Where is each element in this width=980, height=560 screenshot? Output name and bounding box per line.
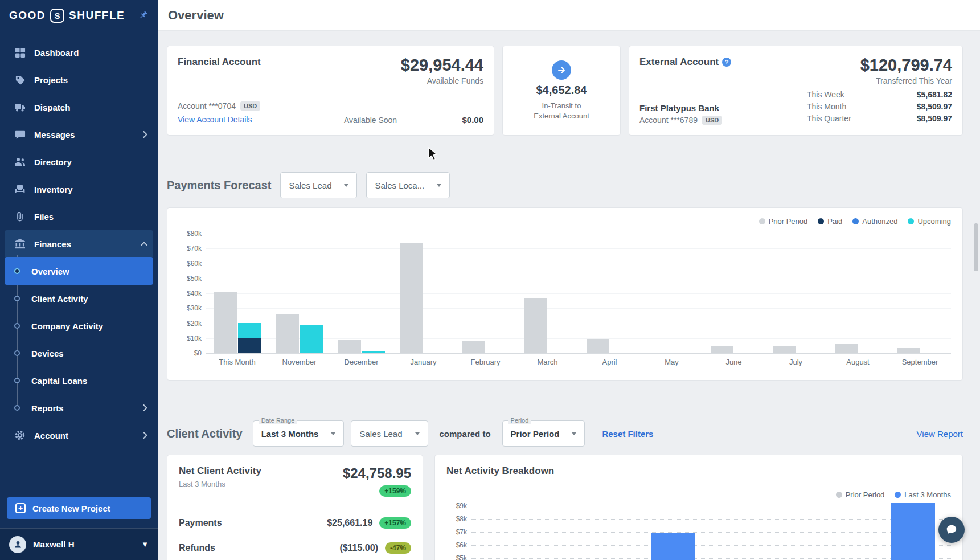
net-client-activity-rows: Payments$25,661.19+157%Refunds($115.00)-… — [179, 510, 411, 560]
chat-support-button[interactable] — [938, 517, 965, 543]
breakdown-legend: Prior PeriodLast 3 Months — [446, 490, 951, 499]
sidebar-item-label: Messages — [34, 130, 75, 140]
sidebar-item-inventory[interactable]: Inventory — [5, 175, 153, 203]
legend-item: Last 3 Months — [895, 490, 951, 499]
sidebar-item-dashboard[interactable]: Dashboard — [5, 39, 153, 66]
sidebar-item-dispatch[interactable]: Dispatch — [5, 93, 153, 121]
forecast-bar-group-this-month: This Month — [206, 234, 268, 353]
activity-row-payments: Payments$25,661.19+157% — [179, 510, 411, 536]
x-axis-label: August — [827, 358, 889, 366]
legend-dot — [836, 492, 842, 498]
y-tick-label: $8k — [456, 515, 467, 523]
external-account-card: External Account ? $120,799.74 Transferr… — [629, 46, 963, 136]
bar-upcoming — [238, 323, 261, 338]
help-icon[interactable]: ? — [722, 58, 731, 67]
view-report-link[interactable]: View Report — [917, 429, 963, 439]
sidebar-item-directory[interactable]: Directory — [5, 148, 153, 175]
pin-sidebar-icon[interactable] — [137, 10, 149, 21]
period-label: Period — [508, 417, 532, 424]
sidebar-subitem-client-activity[interactable]: Client Activity — [5, 285, 153, 312]
currency-badge: USD — [702, 116, 722, 125]
forecast-bar-group-april: April — [579, 234, 641, 353]
client-activity-header: Client Activity Date Range Last 3 Months… — [167, 420, 963, 447]
sales-lead-filter-dropdown[interactable]: Sales Lead — [351, 420, 428, 447]
sidebar-item-projects[interactable]: Projects — [5, 66, 153, 93]
projects-icon — [14, 75, 26, 85]
bar-prior-period — [338, 340, 361, 353]
y-tick-label: $80k — [187, 230, 202, 238]
finances-submenu: OverviewClient ActivityCompany ActivityD… — [0, 257, 158, 422]
available-soon-value: $0.00 — [462, 115, 483, 125]
user-menu[interactable]: Maxwell H ▼ — [0, 528, 158, 560]
sidebar-item-messages[interactable]: Messages — [5, 121, 153, 148]
x-axis-label: June — [703, 358, 765, 366]
forecast-bar-group-december: December — [330, 234, 392, 353]
page-title: Overview — [168, 8, 224, 23]
forecast-bar-group-september: September — [889, 234, 951, 353]
sidebar-subitem-capital-loans[interactable]: Capital Loans — [5, 367, 153, 394]
forecast-bar-group-january: January — [392, 234, 454, 353]
activity-row-refunds: Refunds($115.00)-47% — [179, 536, 411, 560]
legend-item: Upcoming — [908, 217, 951, 226]
payments-forecast-title: Payments Forecast — [167, 179, 271, 192]
forecast-bar-group-august: August — [827, 234, 889, 353]
sidebar-subitem-company-activity[interactable]: Company Activity — [5, 312, 153, 340]
reset-filters-link[interactable]: Reset Filters — [602, 429, 653, 439]
sidebar-item-files[interactable]: Files — [5, 203, 153, 230]
files-icon — [14, 211, 26, 222]
main-area: Overview Financial Account $29,954.44 Av… — [158, 0, 980, 560]
bar-prior-period — [524, 298, 547, 353]
bar-prior-period — [835, 344, 858, 353]
bar-current-stack — [238, 323, 261, 353]
date-range-dropdown[interactable]: Date Range Last 3 Months — [253, 420, 345, 447]
sidebar-subitem-overview[interactable]: Overview — [5, 257, 153, 285]
forecast-bar-group-march: March — [516, 234, 579, 353]
y-tick-label: $7k — [456, 528, 467, 536]
y-tick-label: $30k — [187, 304, 202, 312]
legend-dot — [818, 218, 824, 224]
sidebar-item-label: Files — [34, 212, 54, 222]
inventory-icon — [14, 183, 26, 195]
external-stats: This Week$5,681.82This Month$8,509.97Thi… — [807, 89, 952, 125]
chevron-up-icon — [141, 242, 147, 246]
in-transit-card: $4,652.84 In-Transit to External Account — [502, 46, 621, 136]
payments-forecast-chart: $80k$70k$60k$50k$40k$30k$20k$10k$0 This … — [179, 234, 951, 353]
sidebar-item-account[interactable]: Account — [5, 422, 153, 449]
chevron-right-icon — [143, 131, 147, 138]
bank-name: First Platypus Bank — [639, 103, 722, 113]
legend-item: Paid — [818, 217, 842, 226]
net-client-activity-card: Net Client Activity Last 3 Months $24,75… — [167, 455, 423, 560]
sidebar-subitem-label: Devices — [31, 349, 64, 358]
directory-icon — [14, 156, 26, 167]
payments-forecast-chart-card: Prior PeriodPaidAuthorizedUpcoming $80k$… — [167, 207, 963, 381]
bar-prior-period — [587, 339, 609, 353]
vertical-scrollbar-thumb[interactable] — [974, 223, 978, 271]
x-axis-label: September — [889, 358, 951, 366]
external-account-title: External Account — [639, 56, 719, 68]
view-account-details-link[interactable]: View Account Details — [178, 115, 252, 124]
y-tick-label: $5k — [456, 554, 467, 560]
x-axis-label: November — [268, 358, 330, 366]
sales-lead-dropdown[interactable]: Sales Lead — [280, 172, 357, 198]
sidebar-subitem-reports[interactable]: Reports — [5, 394, 153, 422]
bar-upcoming — [362, 351, 385, 353]
forecast-bar-group-june: June — [703, 234, 765, 353]
create-new-project-button[interactable]: + Create New Project — [7, 497, 151, 519]
bar-upcoming — [610, 353, 633, 353]
period-dropdown[interactable]: Period Prior Period — [502, 420, 585, 447]
transfer-arrow-icon[interactable] — [552, 60, 571, 80]
chat-icon — [945, 524, 958, 536]
sales-location-dropdown[interactable]: Sales Loca... — [366, 172, 450, 198]
sidebar-subitem-label: Capital Loans — [31, 376, 87, 386]
forecast-bar-group-july: July — [765, 234, 827, 353]
legend-dot — [908, 218, 914, 224]
sidebar-item-finances[interactable]: Finances — [5, 230, 153, 257]
currency-badge: USD — [240, 101, 260, 111]
transferred-label: Transferred This Year — [860, 76, 952, 85]
sidebar-subitem-devices[interactable]: Devices — [5, 340, 153, 367]
create-new-project-label: Create New Project — [32, 504, 110, 513]
in-transit-label-line1: In-Transit to — [534, 101, 589, 111]
net-activity-breakdown-card: Net Activity Breakdown Prior PeriodLast … — [434, 455, 963, 560]
sidebar-item-label: Inventory — [34, 185, 73, 194]
financial-account-card: Financial Account $29,954.44 Available F… — [167, 46, 494, 136]
